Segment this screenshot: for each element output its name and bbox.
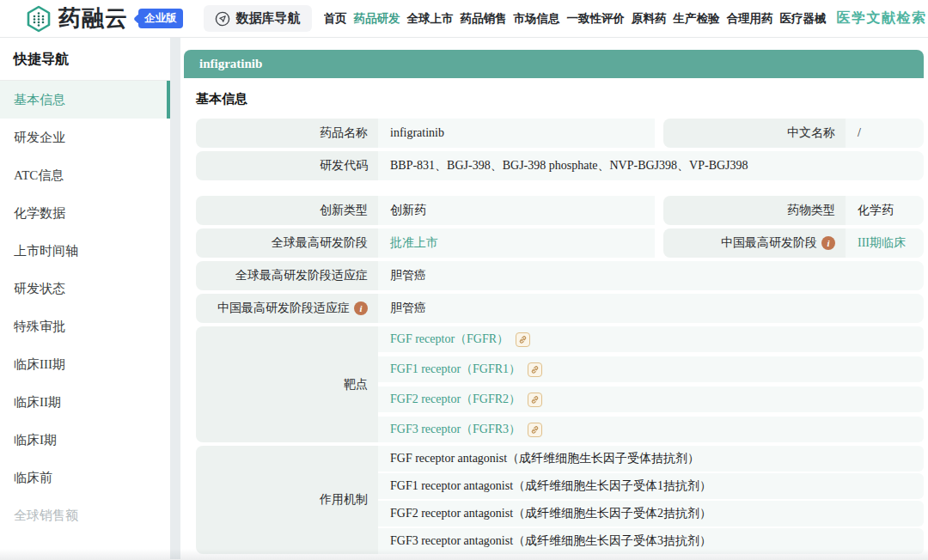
field-value-drug-name: infigratinib (378, 119, 655, 148)
hexagon-logo-icon (26, 5, 52, 33)
target-link-fgfr1[interactable]: FGF1 receptor（FGFR1） (390, 362, 521, 377)
field-value-drug-type: 化学药 (846, 196, 924, 225)
sidebar-divider (170, 38, 180, 559)
sidebar-item-launch-timeline[interactable]: 上市时间轴 (0, 232, 170, 270)
nav-item-rational-use[interactable]: 合理用药 (727, 11, 773, 27)
main-content: infigratinib 基本信息 药品名称 infigratinib 中文名称… (180, 38, 928, 559)
external-link-icon[interactable] (528, 393, 542, 407)
sidebar-item-rnd-companies[interactable]: 研发企业 (0, 119, 170, 156)
field-label-moa: 作用机制 (196, 446, 378, 554)
nav-item-market-info[interactable]: 市场信息 (514, 11, 560, 27)
targets-section: 靶点 FGF receptor（FGFR） FGF1 receptor（FGFR… (196, 326, 924, 442)
database-nav-label: 数据库导航 (236, 10, 301, 27)
table-row: 全球最高研发阶段 批准上市 中国最高研发阶段 i III期临床 (196, 228, 924, 258)
info-icon[interactable]: i (821, 236, 835, 250)
field-label-global-phase-indication: 全球最高研发阶段适应症 (196, 261, 378, 290)
field-label-china-highest-phase: 中国最高研发阶段 i (663, 228, 846, 258)
sidebar-item-rnd-status[interactable]: 研发状态 (0, 270, 170, 307)
basic-info-table: 药品名称 infigratinib 中文名称 / 研发代码 BBP-831、BG… (184, 119, 924, 554)
column-gap (655, 119, 663, 148)
external-link-icon[interactable] (516, 332, 530, 347)
sidebar-item-clinical-phase2[interactable]: 临床II期 (0, 383, 170, 421)
field-label-text: 中国最高研发阶段适应症 (217, 301, 350, 316)
nav-item-drug-sales[interactable]: 药品销售 (461, 11, 507, 27)
moa-row: FGF1 receptor antagonist（成纤维细胞生长因子受体1拮抗剂… (378, 473, 924, 499)
column-gap (655, 228, 663, 258)
nav-item-home[interactable]: 首页 (324, 11, 347, 27)
sidebar-item-atc-info[interactable]: ATC信息 (0, 156, 170, 194)
body-wrap: 快捷导航 基本信息 研发企业 ATC信息 化学数据 上市时间轴 研发状态 特殊审… (0, 38, 928, 559)
nav-item-api[interactable]: 原料药 (632, 11, 667, 27)
nav-item-medical-devices[interactable]: 医疗器械 (780, 11, 827, 27)
top-header: 药融云 企业版 数据库导航 首页 药品研发 全球上市 药品销售 市场信息 一致性… (0, 0, 928, 38)
field-label-rnd-codes: 研发代码 (196, 151, 378, 180)
moa-row: FGF2 receptor antagonist（成纤维细胞生长因子受体2拮抗剂… (378, 501, 924, 527)
sidebar-item-chemical-data[interactable]: 化学数据 (0, 194, 170, 232)
field-label-innovation-type: 创新类型 (196, 196, 378, 225)
main-nav: 首页 药品研发 全球上市 药品销售 市场信息 一致性评价 原料药 生产检验 合理… (324, 9, 927, 27)
right-gutter (924, 38, 928, 560)
drug-name-banner: infigratinib (184, 50, 924, 78)
table-row: 全球最高研发阶段适应症 胆管癌 (196, 261, 924, 290)
target-row: FGF receptor（FGFR） (378, 326, 924, 352)
brand-logo[interactable]: 药融云 企业版 (26, 3, 183, 33)
info-icon[interactable]: i (354, 301, 368, 315)
sidebar-item-clinical-phase1[interactable]: 临床I期 (0, 421, 170, 459)
targets-list: FGF receptor（FGFR） FGF1 receptor（FGFR1） … (378, 326, 924, 442)
field-value-global-highest-phase[interactable]: 批准上市 (378, 228, 655, 258)
field-label-china-phase-indication: 中国最高研发阶段适应症 i (196, 294, 378, 323)
field-value-global-phase-indication: 胆管癌 (378, 261, 924, 290)
field-label-chinese-name: 中文名称 (663, 119, 846, 148)
table-row: 中国最高研发阶段适应症 i 胆管癌 (196, 294, 924, 323)
nav-item-consistency-eval[interactable]: 一致性评价 (567, 11, 626, 27)
target-row: FGF3 receptor（FGFR3） (378, 417, 924, 442)
section-title-basic-info: 基本信息 (196, 91, 924, 107)
field-label-drug-name: 药品名称 (196, 119, 378, 148)
column-gap (655, 196, 663, 225)
moa-section: 作用机制 FGF receptor antagonist（成纤维细胞生长因子受体… (196, 446, 924, 554)
field-label-text: 中国最高研发阶段 (721, 235, 817, 251)
target-link-fgfr2[interactable]: FGF2 receptor（FGFR2） (390, 392, 521, 407)
sidebar-item-preclinical[interactable]: 临床前 (0, 459, 170, 496)
sidebar: 快捷导航 基本信息 研发企业 ATC信息 化学数据 上市时间轴 研发状态 特殊审… (0, 38, 170, 559)
nav-item-global-launch[interactable]: 全球上市 (407, 11, 454, 27)
field-label-drug-type: 药物类型 (663, 196, 846, 225)
sidebar-item-basic-info[interactable]: 基本信息 (0, 81, 170, 119)
table-row: 研发代码 BBP-831、BGJ-398、BGJ-398 phosphate、N… (196, 151, 924, 180)
nav-item-production-inspection[interactable]: 生产检验 (674, 11, 720, 27)
table-row: 药品名称 infigratinib 中文名称 / (196, 119, 924, 148)
sidebar-title: 快捷导航 (0, 38, 170, 81)
sidebar-item-special-approval[interactable]: 特殊审批 (0, 307, 170, 345)
target-link-fgfr[interactable]: FGF receptor（FGFR） (390, 332, 509, 347)
compass-icon (215, 11, 230, 27)
brand-name: 药融云 (58, 3, 128, 33)
sidebar-item-clinical-phase3[interactable]: 临床III期 (0, 345, 170, 383)
field-value-china-highest-phase[interactable]: III期临床 (846, 228, 924, 258)
edition-badge: 企业版 (138, 9, 183, 28)
external-link-icon[interactable] (528, 423, 542, 437)
sidebar-item-global-sales[interactable]: 全球销售额 (0, 496, 170, 534)
field-value-rnd-codes: BBP-831、BGJ-398、BGJ-398 phosphate、NVP-BG… (378, 151, 924, 180)
field-value-china-phase-indication: 胆管癌 (378, 294, 924, 323)
field-label-targets: 靶点 (196, 326, 378, 442)
page: 药融云 企业版 数据库导航 首页 药品研发 全球上市 药品销售 市场信息 一致性… (0, 0, 928, 560)
moa-row: FGF3 receptor antagonist（成纤维细胞生长因子受体3拮抗剂… (378, 528, 924, 554)
target-row: FGF2 receptor（FGFR2） (378, 387, 924, 412)
field-value-chinese-name: / (846, 119, 924, 148)
nav-item-drug-rnd[interactable]: 药品研发 (354, 11, 400, 27)
external-link-icon[interactable] (528, 362, 542, 377)
moa-list: FGF receptor antagonist（成纤维细胞生长因子受体拮抗剂） … (378, 446, 924, 554)
field-value-innovation-type: 创新药 (378, 196, 655, 225)
field-label-global-highest-phase: 全球最高研发阶段 (196, 228, 378, 258)
database-nav-button[interactable]: 数据库导航 (204, 5, 312, 32)
table-row: 创新类型 创新药 药物类型 化学药 (196, 196, 924, 225)
target-row: FGF1 receptor（FGFR1） (378, 356, 924, 382)
moa-row: FGF receptor antagonist（成纤维细胞生长因子受体拮抗剂） (378, 446, 924, 472)
target-link-fgfr3[interactable]: FGF3 receptor（FGFR3） (390, 422, 521, 437)
nav-item-medical-literature-search[interactable]: 医学文献检索 (837, 9, 927, 27)
